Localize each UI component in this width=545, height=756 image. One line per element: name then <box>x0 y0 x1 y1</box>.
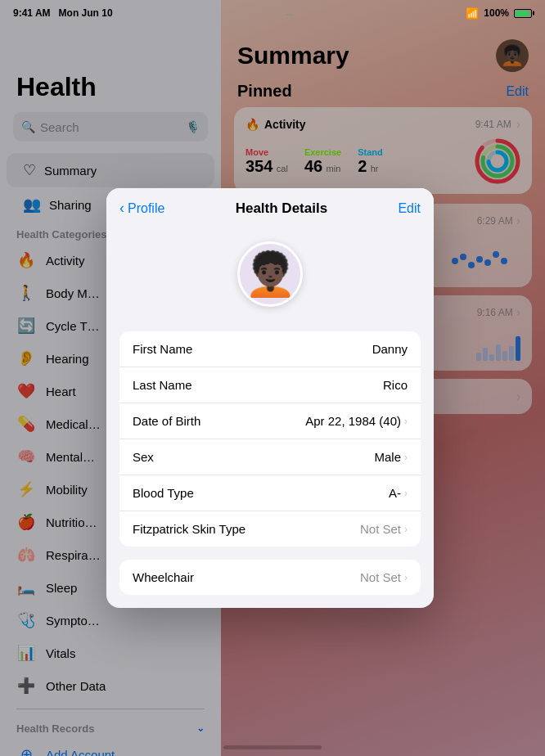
sex-chevron: › <box>404 452 408 463</box>
status-indicators: 📶 100% <box>466 7 532 20</box>
status-time: 9:41 AM Mon Jun 10 <box>13 7 113 19</box>
profile-avatar[interactable]: 🧑🏿‍🦱 <box>237 241 303 307</box>
personal-info-form: First Name Danny Last Name Rico Date of … <box>119 331 421 547</box>
last-name-row[interactable]: Last Name Rico <box>119 367 421 403</box>
back-chevron-icon: ‹ <box>119 200 124 217</box>
battery-icon <box>514 9 532 18</box>
last-name-value: Rico <box>383 378 408 392</box>
first-name-row[interactable]: First Name Danny <box>119 331 421 367</box>
status-dots: ••• <box>286 7 292 19</box>
wheelchair-row[interactable]: Wheelchair Not Set › <box>119 560 421 595</box>
wheelchair-form: Wheelchair Not Set › <box>119 560 421 595</box>
sex-value: Male › <box>374 450 408 464</box>
modal-title: Health Details <box>236 200 327 217</box>
skin-type-row[interactable]: Fitzpatrick Skin Type Not Set › <box>119 511 421 547</box>
blood-type-row[interactable]: Blood Type A- › <box>119 475 421 511</box>
wifi-icon: 📶 <box>466 7 479 20</box>
first-name-value: Danny <box>372 342 408 356</box>
battery-label: 100% <box>484 7 509 19</box>
dob-value: Apr 22, 1984 (40) › <box>305 414 408 428</box>
sex-row[interactable]: Sex Male › <box>119 439 421 475</box>
avatar-section: 🧑🏿‍🦱 <box>106 225 434 331</box>
skin-type-value: Not Set › <box>360 522 408 536</box>
back-to-profile-button[interactable]: ‹ Profile <box>119 200 164 217</box>
modal-nav-bar: ‹ Profile Health Details Edit <box>106 188 434 225</box>
blood-type-chevron: › <box>404 488 408 499</box>
home-indicator <box>223 745 322 749</box>
wheelchair-chevron: › <box>404 572 408 583</box>
modal-edit-button[interactable]: Edit <box>398 201 421 216</box>
skin-type-chevron: › <box>404 524 408 535</box>
status-bar: 9:41 AM Mon Jun 10 ••• 📶 100% <box>0 0 545 26</box>
dob-chevron: › <box>404 416 408 427</box>
health-details-modal: ‹ Profile Health Details Edit 🧑🏿‍🦱 First… <box>106 188 434 608</box>
dob-row[interactable]: Date of Birth Apr 22, 1984 (40) › <box>119 403 421 439</box>
blood-type-value: A- › <box>389 486 408 500</box>
wheelchair-value: Not Set › <box>360 570 408 584</box>
